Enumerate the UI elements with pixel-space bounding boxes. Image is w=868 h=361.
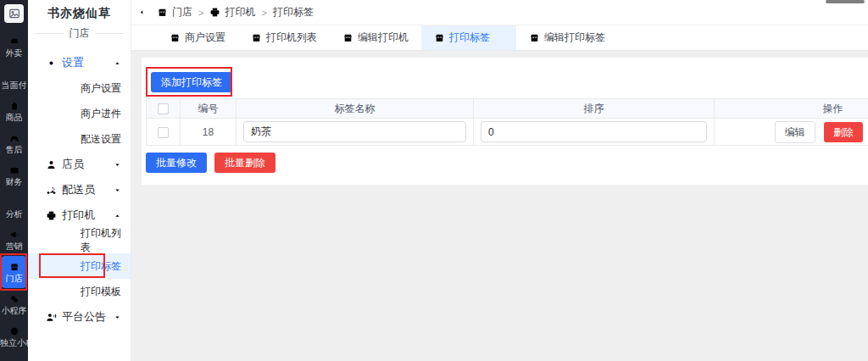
- store-icon: [342, 32, 353, 43]
- takeout-icon: [9, 36, 19, 47]
- divider: [95, 33, 125, 34]
- rail-item-store[interactable]: 门店: [1, 256, 27, 288]
- shop-subtitle-row: 门店: [28, 21, 131, 42]
- rail-item-takeout[interactable]: 外卖: [0, 31, 28, 63]
- rail-item-facepay[interactable]: 当面付: [0, 63, 28, 95]
- rail-item-goods[interactable]: 商品: [0, 95, 28, 127]
- content-card: 添加打印标签 编号 标签名称 排序 操作 18: [142, 58, 868, 185]
- delete-button[interactable]: 删除: [824, 122, 863, 142]
- chevron-down-icon: [114, 186, 121, 194]
- fold-icon: [141, 9, 149, 16]
- sidebar-item-printer-list[interactable]: 打印机列表: [28, 228, 131, 253]
- sidebar-item-platform-announcement[interactable]: 平台公告: [28, 304, 131, 330]
- tab-merchant-settings[interactable]: 商户设置: [157, 25, 238, 50]
- announcement-icon: [46, 312, 57, 323]
- shop-subtitle: 门店: [70, 26, 90, 41]
- scooter-icon: [46, 185, 57, 196]
- compass-icon: [9, 326, 19, 336]
- annotation-box-store: [0, 253, 27, 291]
- sidebar-item-printer[interactable]: 打印机: [28, 203, 131, 228]
- sidebar-item-merchant-settings[interactable]: 商户设置: [28, 75, 131, 101]
- rail-item-aftersale[interactable]: 售后: [0, 127, 28, 159]
- wallet-icon: [9, 165, 19, 175]
- tab-printer-list[interactable]: 打印机列表: [238, 25, 330, 50]
- rail-item-analysis[interactable]: 分析: [0, 192, 28, 224]
- print-label-table: 编号 标签名称 排序 操作 18 编辑 删除: [146, 98, 868, 146]
- list-icon: [9, 69, 19, 79]
- store-icon: [157, 7, 168, 18]
- tab-bar: 商户设置 打印机列表 编辑打印机 打印标签 编辑打印标签: [131, 25, 868, 51]
- select-all-cell: [147, 99, 181, 119]
- rail-item-finance[interactable]: 财务: [0, 159, 28, 192]
- app-logo: [4, 4, 24, 23]
- tab-print-label[interactable]: 打印标签: [421, 25, 516, 50]
- breadcrumb-store[interactable]: 门店: [157, 5, 192, 19]
- printer-icon: [209, 7, 220, 18]
- scrollbar-thumb[interactable]: [826, 0, 865, 3]
- sidebar-item-delivery-settings[interactable]: 配送设置: [28, 126, 131, 152]
- select-all-checkbox[interactable]: [158, 103, 169, 114]
- breadcrumb-bar: 门店 > 打印机 > 打印标签: [131, 0, 868, 25]
- sort-input[interactable]: [481, 121, 707, 142]
- row-name-cell: [236, 119, 474, 146]
- table-row: 18 编辑 删除: [147, 119, 868, 146]
- sidebar-item-staff[interactable]: 店员: [28, 152, 131, 177]
- column-header-name: 标签名称: [236, 99, 474, 119]
- miniprogram-icon: [9, 294, 19, 304]
- store-icon: [9, 262, 19, 272]
- sidebar-fold-button[interactable]: [140, 7, 151, 18]
- sidebar-item-settings[interactable]: 设置: [28, 50, 131, 75]
- label-name-input[interactable]: [243, 121, 466, 142]
- sidebar-item-merchant-onboarding[interactable]: 商户进件: [28, 101, 131, 126]
- bulk-actions: 批量修改 批量删除: [146, 153, 868, 173]
- printer-icon: [46, 210, 57, 221]
- gear-icon: [46, 58, 57, 69]
- bulk-delete-button[interactable]: 批量删除: [214, 153, 275, 173]
- rail-item-marketing[interactable]: 营销: [0, 224, 28, 256]
- chevron-down-icon: [114, 314, 121, 321]
- rail-item-miniprogram[interactable]: 小程序: [0, 288, 28, 320]
- breadcrumb-separator: >: [261, 8, 266, 18]
- add-print-label-button[interactable]: 添加打印标签: [151, 72, 232, 92]
- sidebar-item-print-template[interactable]: 打印模板: [28, 279, 131, 304]
- chevron-up-icon: [114, 212, 121, 219]
- chart-icon: [9, 197, 19, 208]
- sidebar: 书亦烧仙草 门店 设置 商户设置 商户进件 配送设置 店员 配送员: [28, 0, 131, 361]
- column-header-id: 编号: [181, 99, 236, 119]
- sidebar-item-courier[interactable]: 配送员: [28, 177, 131, 203]
- close-icon[interactable]: [496, 34, 504, 42]
- icon-rail: 外卖 当面付 商品 售后 财务 分析 营销 门店 小程序 独立小程序: [0, 0, 28, 361]
- column-header-actions: 操作: [715, 99, 868, 119]
- edit-button[interactable]: 编辑: [775, 121, 815, 143]
- bulk-edit-button[interactable]: 批量修改: [146, 153, 207, 173]
- main-area: 门店 > 打印机 > 打印标签 商户设置 打印机列表 编辑打印: [131, 0, 868, 361]
- headset-icon: [9, 133, 19, 143]
- store-icon: [251, 32, 262, 43]
- shop-title: 书亦烧仙草: [28, 0, 131, 21]
- row-select-cell: [147, 119, 181, 146]
- store-icon: [434, 32, 445, 43]
- image-icon: [9, 9, 19, 17]
- row-id: 18: [181, 119, 236, 146]
- rail-item-standalone-miniprogram[interactable]: 独立小程序: [0, 320, 28, 353]
- chevron-down-icon: [114, 161, 121, 169]
- row-checkbox[interactable]: [158, 127, 169, 138]
- row-actions-cell: 编辑 删除: [715, 119, 868, 146]
- app-window: 外卖 当面付 商品 售后 财务 分析 营销 门店 小程序 独立小程序 书亦烧仙草…: [0, 0, 868, 361]
- breadcrumb-print-label[interactable]: 打印标签: [273, 5, 314, 19]
- breadcrumb-printer[interactable]: 打印机: [209, 5, 255, 19]
- divider: [35, 33, 64, 34]
- store-icon: [170, 32, 181, 43]
- person-icon: [46, 159, 57, 170]
- megaphone-icon: [9, 230, 19, 240]
- bag-icon: [9, 101, 19, 111]
- tab-edit-print-label[interactable]: 编辑打印标签: [516, 25, 618, 50]
- tab-edit-printer[interactable]: 编辑打印机: [330, 25, 421, 50]
- sidebar-item-print-label[interactable]: 打印标签: [28, 253, 131, 279]
- chevron-up-icon: [114, 59, 121, 67]
- column-header-sort: 排序: [474, 99, 715, 119]
- content-background: 添加打印标签 编号 标签名称 排序 操作 18: [131, 51, 868, 361]
- row-sort-cell: [474, 119, 715, 146]
- breadcrumb-separator: >: [198, 8, 203, 18]
- store-icon: [529, 32, 540, 43]
